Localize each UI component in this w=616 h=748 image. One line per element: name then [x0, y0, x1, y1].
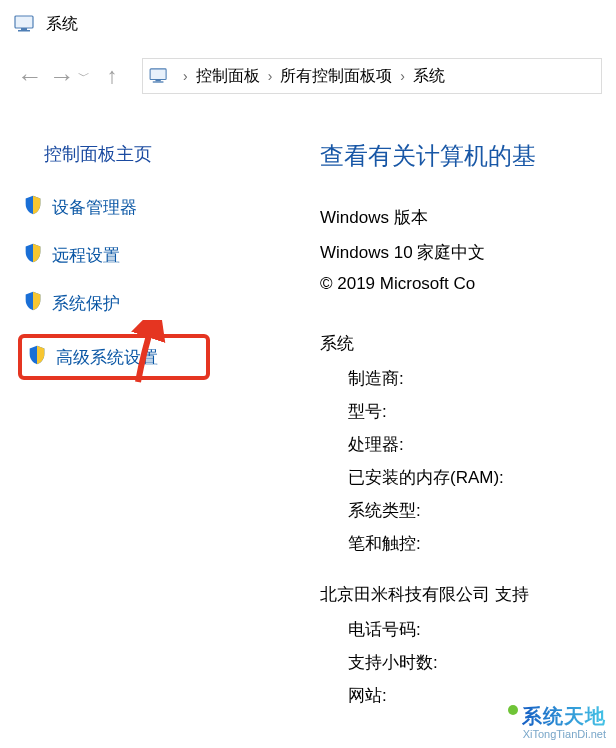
watermark: 系统天地 XiTongTianDi.net: [518, 701, 610, 742]
chevron-right-icon: ›: [268, 68, 273, 84]
processor-label: 处理器:: [348, 433, 616, 456]
watermark-url: XiTongTianDi.net: [522, 728, 606, 740]
sidebar-item-label: 高级系统设置: [56, 346, 158, 369]
history-dropdown-button[interactable]: ﹀: [78, 68, 90, 85]
system-icon: [149, 68, 169, 84]
sidebar-item-label: 系统保护: [52, 292, 120, 315]
shield-icon: [26, 344, 48, 370]
windows-copyright-line: © 2019 Microsoft Co: [320, 274, 616, 294]
shield-icon: [22, 290, 44, 316]
manufacturer-label: 制造商:: [348, 367, 616, 390]
system-section-label: 系统: [320, 332, 616, 355]
support-section-label: 北京田米科技有限公司 支持: [320, 583, 616, 606]
svg-rect-0: [15, 16, 33, 28]
sidebar-item-advanced-system-settings[interactable]: 高级系统设置: [18, 334, 210, 380]
shield-icon: [22, 194, 44, 220]
titlebar: 系统: [0, 0, 616, 40]
ram-label: 已安装的内存(RAM):: [348, 466, 616, 489]
pen-touch-label: 笔和触控:: [348, 532, 616, 555]
sidebar-item-remote-settings[interactable]: 远程设置: [18, 238, 210, 272]
chevron-right-icon: ›: [183, 68, 188, 84]
address-breadcrumb[interactable]: › 控制面板 › 所有控制面板项 › 系统: [142, 58, 602, 94]
sidebar-item-system-protection[interactable]: 系统保护: [18, 286, 210, 320]
windows-edition-line: Windows 10 家庭中文: [320, 241, 616, 264]
support-phone-label: 电话号码:: [348, 618, 616, 641]
sidebar-item-device-manager[interactable]: 设备管理器: [18, 190, 210, 224]
sidebar-item-label: 远程设置: [52, 244, 120, 267]
sidebar-item-label: 设备管理器: [52, 196, 137, 219]
svg-rect-3: [150, 69, 166, 80]
svg-rect-5: [153, 81, 164, 82]
breadcrumb-system[interactable]: 系统: [413, 66, 445, 87]
page-title: 查看有关计算机的基: [320, 140, 616, 172]
breadcrumb-control-panel[interactable]: 控制面板: [196, 66, 260, 87]
svg-rect-4: [155, 80, 160, 82]
model-label: 型号:: [348, 400, 616, 423]
up-button[interactable]: ↑: [96, 65, 128, 87]
navigation-row: ← → ﹀ ↑ › 控制面板 › 所有控制面板项 › 系统: [0, 40, 616, 102]
chevron-right-icon: ›: [400, 68, 405, 84]
forward-button[interactable]: →: [46, 63, 78, 89]
shield-icon: [22, 242, 44, 268]
windows-edition-section-label: Windows 版本: [320, 206, 616, 229]
watermark-title: 系统天地: [522, 703, 606, 730]
window-title: 系统: [46, 14, 78, 35]
breadcrumb-all-items[interactable]: 所有控制面板项: [280, 66, 392, 87]
content-body: 控制面板主页 设备管理器 远程设置: [0, 120, 616, 717]
system-type-label: 系统类型:: [348, 499, 616, 522]
sidebar: 控制面板主页 设备管理器 远程设置: [0, 120, 210, 717]
system-icon: [14, 15, 36, 33]
svg-rect-1: [21, 28, 27, 30]
main-content: 查看有关计算机的基 Windows 版本 Windows 10 家庭中文 © 2…: [210, 120, 616, 717]
support-hours-label: 支持小时数:: [348, 651, 616, 674]
watermark-dot-icon: [508, 705, 518, 715]
svg-rect-2: [18, 30, 30, 32]
back-button[interactable]: ←: [14, 63, 46, 89]
control-panel-home-link[interactable]: 控制面板主页: [44, 142, 210, 166]
system-control-panel-window: 系统 ← → ﹀ ↑ › 控制面板 › 所有控制面板项 › 系统 控制: [0, 0, 616, 748]
